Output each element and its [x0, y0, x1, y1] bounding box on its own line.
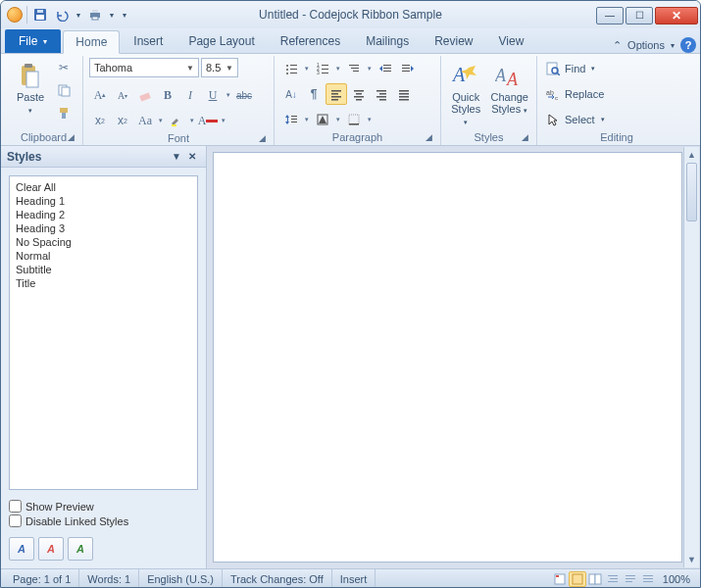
scroll-down-icon[interactable]: ▼	[684, 552, 699, 567]
font-color-dropdown-icon[interactable]: ▾	[220, 110, 227, 131]
undo-dropdown-icon[interactable]: ▼	[75, 6, 82, 24]
disable-linked-checkbox[interactable]: Disable Linked Styles	[9, 514, 198, 527]
underline-dropdown-icon[interactable]: ▾	[225, 84, 232, 106]
change-case-icon[interactable]: Aa	[134, 110, 156, 131]
multilevel-icon[interactable]	[343, 58, 365, 79]
zoom-level[interactable]: 100%	[657, 573, 696, 585]
replace-button[interactable]: abcReplace	[543, 83, 622, 105]
file-tab[interactable]: File ▾	[5, 29, 61, 53]
tab-review[interactable]: Review	[423, 29, 484, 53]
style-item[interactable]: Clear All	[14, 180, 193, 194]
scroll-track[interactable]	[684, 163, 699, 552]
status-track-changes[interactable]: Track Changes: Off	[223, 569, 332, 588]
align-right-icon[interactable]	[371, 83, 392, 105]
save-icon[interactable]	[31, 6, 49, 24]
print-dropdown-icon[interactable]: ▼	[108, 6, 116, 24]
options-label[interactable]: Options	[627, 39, 665, 51]
style-item[interactable]: No Spacing	[14, 235, 193, 249]
italic-icon[interactable]: I	[179, 84, 201, 106]
style-list[interactable]: Clear All Heading 1 Heading 2 Heading 3 …	[9, 175, 198, 490]
view-outline-icon[interactable]	[604, 571, 622, 587]
print-icon[interactable]	[86, 6, 104, 24]
status-insert-mode[interactable]: Insert	[332, 569, 376, 588]
tab-page-layout[interactable]: Page Layout	[176, 29, 266, 53]
decrease-indent-icon[interactable]	[375, 58, 396, 79]
tab-view[interactable]: View	[487, 29, 536, 53]
font-size-combo[interactable]: 8.5▼	[201, 58, 238, 77]
pane-close-icon[interactable]: ✕	[184, 149, 200, 165]
clear-formatting-icon[interactable]	[134, 84, 156, 106]
strikethrough-icon[interactable]: abc	[233, 84, 255, 106]
style-item[interactable]: Heading 2	[14, 208, 193, 221]
bold-icon[interactable]: B	[157, 84, 178, 106]
borders-dropdown-icon[interactable]: ▾	[366, 109, 374, 130]
document-canvas[interactable]	[213, 152, 682, 563]
status-language[interactable]: English (U.S.)	[139, 569, 223, 588]
bullets-dropdown-icon[interactable]: ▾	[303, 58, 311, 79]
font-launcher-icon[interactable]: ◢	[256, 132, 268, 144]
show-marks-icon[interactable]: ¶	[303, 83, 325, 105]
minimize-button[interactable]: —	[596, 7, 624, 24]
increase-indent-icon[interactable]	[397, 58, 419, 79]
highlight-dropdown-icon[interactable]: ▾	[188, 110, 196, 131]
scroll-up-icon[interactable]: ▲	[684, 147, 699, 163]
numbering-dropdown-icon[interactable]: ▾	[334, 58, 342, 79]
paragraph-launcher-icon[interactable]: ◢	[423, 131, 434, 143]
grow-font-icon[interactable]: A▴	[89, 84, 111, 106]
app-orb-icon[interactable]	[7, 7, 23, 23]
style-inspector-button[interactable]: A	[38, 537, 64, 561]
show-preview-checkbox[interactable]: Show Preview	[9, 500, 198, 513]
highlight-icon[interactable]	[166, 110, 187, 131]
align-center-icon[interactable]	[348, 83, 370, 105]
format-painter-icon[interactable]	[54, 103, 74, 122]
paste-button[interactable]: Paste▾	[11, 58, 50, 117]
styles-launcher-icon[interactable]: ◢	[519, 131, 530, 143]
tab-home[interactable]: Home	[63, 30, 120, 54]
view-web-layout-icon[interactable]	[586, 571, 604, 587]
manage-styles-button[interactable]: A	[68, 537, 93, 561]
view-full-screen-icon[interactable]	[569, 571, 586, 587]
show-preview-input[interactable]	[9, 500, 22, 513]
multilevel-dropdown-icon[interactable]: ▾	[366, 58, 374, 79]
close-button[interactable]: ✕	[655, 7, 698, 24]
view-draft-icon[interactable]	[622, 571, 639, 587]
status-words[interactable]: Words: 1	[79, 569, 139, 588]
qat-customize-icon[interactable]: ▾	[120, 6, 129, 24]
style-item[interactable]: Heading 3	[14, 221, 193, 235]
subscript-icon[interactable]: x2	[89, 110, 111, 131]
style-item[interactable]: Subtitle	[14, 263, 193, 276]
view-split-icon[interactable]	[639, 571, 657, 587]
collapse-ribbon-icon[interactable]: ⌃	[613, 39, 622, 52]
copy-icon[interactable]	[54, 80, 74, 100]
line-spacing-dropdown-icon[interactable]: ▾	[303, 109, 311, 130]
pane-menu-icon[interactable]: ▼	[169, 149, 184, 165]
select-button[interactable]: Select▾	[543, 109, 622, 130]
change-styles-button[interactable]: AA Change Styles ▾	[488, 58, 530, 117]
shading-dropdown-icon[interactable]: ▾	[334, 109, 342, 130]
scroll-thumb[interactable]	[686, 163, 697, 221]
style-item[interactable]: Title	[14, 276, 193, 290]
options-dropdown-icon[interactable]: ▾	[671, 41, 675, 50]
tab-mailings[interactable]: Mailings	[354, 29, 421, 53]
quick-styles-button[interactable]: A Quick Styles ▾	[447, 58, 484, 128]
underline-icon[interactable]: U	[202, 84, 224, 106]
cut-icon[interactable]: ✂	[54, 58, 74, 77]
disable-linked-input[interactable]	[9, 514, 22, 527]
new-style-button[interactable]: A	[9, 537, 34, 561]
justify-icon[interactable]	[393, 83, 415, 105]
tab-references[interactable]: References	[269, 29, 352, 53]
bullets-icon[interactable]	[280, 58, 302, 79]
numbering-icon[interactable]: 123	[312, 58, 333, 79]
shrink-font-icon[interactable]: A▾	[112, 84, 133, 106]
font-name-combo[interactable]: Tahoma▼	[89, 58, 199, 77]
style-item[interactable]: Heading 1	[14, 194, 193, 208]
tab-insert[interactable]: Insert	[122, 29, 175, 53]
align-left-icon[interactable]	[325, 83, 347, 105]
undo-icon[interactable]	[53, 6, 71, 24]
status-page[interactable]: Page: 1 of 1	[5, 569, 79, 588]
superscript-icon[interactable]: x2	[112, 110, 133, 131]
borders-icon[interactable]	[343, 109, 365, 130]
view-print-layout-icon[interactable]	[551, 571, 569, 587]
font-color-icon[interactable]: A	[197, 110, 219, 131]
line-spacing-icon[interactable]	[280, 109, 302, 130]
